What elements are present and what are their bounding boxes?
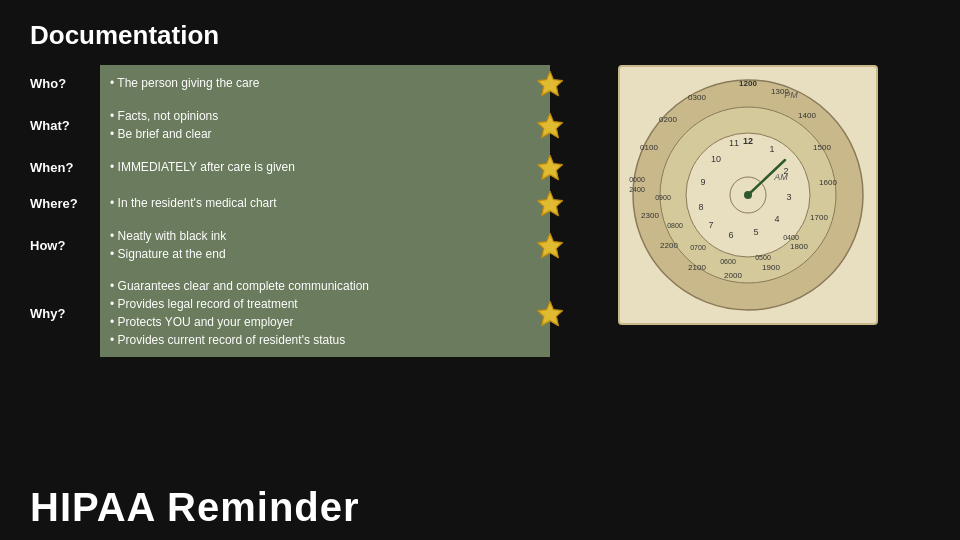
- hipaa-reminder-text: HIPAA Reminder: [30, 485, 930, 530]
- svg-point-49: [744, 191, 752, 199]
- row-content-5: Guarantees clear and complete communicat…: [100, 269, 550, 357]
- svg-text:2000: 2000: [724, 271, 742, 280]
- row-item: Facts, not opinions: [110, 107, 218, 125]
- svg-text:1: 1: [769, 144, 774, 154]
- svg-text:PM: PM: [784, 90, 798, 100]
- star-icon: [534, 109, 566, 141]
- row-item: In the resident's medical chart: [110, 194, 277, 212]
- row-item: IMMEDIATELY after care is given: [110, 158, 295, 176]
- doc-row-who: Who?The person giving the care: [30, 65, 550, 101]
- svg-text:0800: 0800: [667, 222, 683, 229]
- clock-diagram: 1200 1300 1400 1500 1600 1700 1800 1900: [618, 65, 878, 325]
- svg-text:4: 4: [774, 214, 779, 224]
- star-icon: [534, 67, 566, 99]
- row-item: The person giving the care: [110, 74, 259, 92]
- svg-text:0500: 0500: [755, 254, 771, 261]
- svg-text:1800: 1800: [790, 242, 808, 251]
- svg-text:5: 5: [753, 227, 758, 237]
- row-label-5: Why?: [30, 269, 100, 357]
- svg-text:1200: 1200: [739, 79, 757, 88]
- main-content: Who?The person giving the care What?Fact…: [30, 65, 930, 479]
- page-title: Documentation: [30, 20, 930, 51]
- row-label-4: How?: [30, 221, 100, 269]
- right-panel: 1200 1300 1400 1500 1600 1700 1800 1900: [566, 65, 930, 479]
- row-label-3: Where?: [30, 185, 100, 221]
- svg-text:1900: 1900: [762, 263, 780, 272]
- svg-text:0700: 0700: [690, 244, 706, 251]
- star-icon: [534, 229, 566, 261]
- doc-row-what: What?Facts, not opinionsBe brief and cle…: [30, 101, 550, 149]
- svg-text:1500: 1500: [813, 143, 831, 152]
- row-content-4: Neatly with black inkSignature at the en…: [100, 221, 550, 269]
- row-label-0: Who?: [30, 65, 100, 101]
- footer: HIPAA Reminder: [30, 485, 930, 530]
- svg-text:7: 7: [708, 220, 713, 230]
- svg-text:1400: 1400: [798, 111, 816, 120]
- row-label-2: When?: [30, 149, 100, 185]
- svg-text:0200: 0200: [659, 115, 677, 124]
- clock-svg: 1200 1300 1400 1500 1600 1700 1800 1900: [623, 70, 873, 320]
- svg-text:1700: 1700: [810, 213, 828, 222]
- row-item: Signature at the end: [110, 245, 226, 263]
- svg-text:2400: 2400: [629, 186, 645, 193]
- row-item: Provides legal record of treatment: [110, 295, 369, 313]
- star-icon: [534, 297, 566, 329]
- row-item: Neatly with black ink: [110, 227, 226, 245]
- row-content-3: In the resident's medical chart: [100, 185, 550, 221]
- svg-text:2300: 2300: [641, 211, 659, 220]
- doc-row-where: Where?In the resident's medical chart: [30, 185, 550, 221]
- star-icon: [534, 187, 566, 219]
- svg-text:12: 12: [743, 136, 753, 146]
- row-label-1: What?: [30, 101, 100, 149]
- svg-text:2200: 2200: [660, 241, 678, 250]
- row-item: Protects YOU and your employer: [110, 313, 369, 331]
- row-content-0: The person giving the care: [100, 65, 550, 101]
- svg-text:0900: 0900: [655, 194, 671, 201]
- svg-text:0100: 0100: [640, 143, 658, 152]
- svg-text:0300: 0300: [688, 93, 706, 102]
- svg-text:10: 10: [711, 154, 721, 164]
- svg-text:0600: 0600: [720, 258, 736, 265]
- doc-row-when: When?IMMEDIATELY after care is given: [30, 149, 550, 185]
- svg-text:8: 8: [698, 202, 703, 212]
- doc-row-how: How?Neatly with black inkSignature at th…: [30, 221, 550, 269]
- row-content-1: Facts, not opinionsBe brief and clear: [100, 101, 550, 149]
- row-content-2: IMMEDIATELY after care is given: [100, 149, 550, 185]
- page-container: Documentation Who?The person giving the …: [0, 0, 960, 540]
- svg-text:0000: 0000: [629, 176, 645, 183]
- doc-row-why: Why?Guarantees clear and complete commun…: [30, 269, 550, 357]
- svg-text:11: 11: [729, 138, 739, 148]
- svg-text:9: 9: [700, 177, 705, 187]
- svg-text:0400: 0400: [783, 234, 799, 241]
- svg-text:1600: 1600: [819, 178, 837, 187]
- row-item: Be brief and clear: [110, 125, 218, 143]
- star-icon: [534, 151, 566, 183]
- svg-text:2100: 2100: [688, 263, 706, 272]
- left-panel: Who?The person giving the care What?Fact…: [30, 65, 550, 479]
- row-item: Guarantees clear and complete communicat…: [110, 277, 369, 295]
- svg-text:2: 2: [783, 166, 788, 176]
- svg-text:6: 6: [728, 230, 733, 240]
- row-item: Provides current record of resident's st…: [110, 331, 369, 349]
- svg-text:3: 3: [786, 192, 791, 202]
